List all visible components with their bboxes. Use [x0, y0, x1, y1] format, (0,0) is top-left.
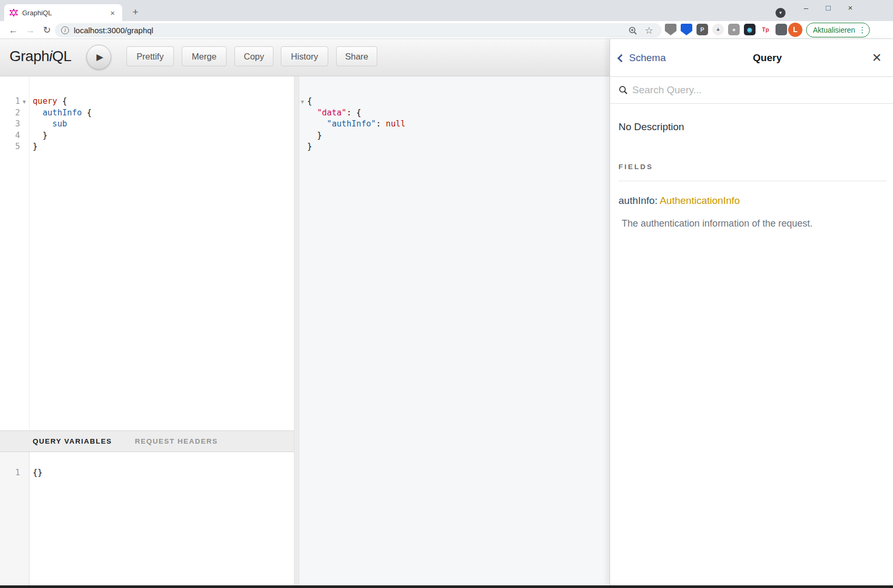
code-line: query {: [33, 96, 290, 107]
code-line: "authInfo": null: [307, 119, 605, 130]
browser-window: GraphiQL × + ▾ – □ × ← → ↻ i localhost:3…: [0, 0, 893, 588]
doc-title: Query: [753, 39, 782, 77]
code-line: }: [307, 130, 605, 142]
code-line: sub: [33, 119, 290, 130]
bookmark-star-icon[interactable]: ☆: [645, 26, 653, 35]
code-line: {}: [33, 467, 290, 479]
logo-prefix: Graph: [9, 48, 49, 64]
update-browser-button[interactable]: Aktualisieren ⋮: [806, 23, 870, 37]
code-line: }: [33, 141, 290, 153]
variables-code[interactable]: {}: [0, 452, 294, 479]
doc-no-description: No Description: [619, 121, 684, 133]
result-viewer: ▾ { "data": { "authInfo": null }}: [299, 76, 610, 585]
prettify-button[interactable]: Prettify: [126, 46, 174, 66]
code-line: "data": {: [307, 107, 605, 119]
url-text: localhost:3000/graphql: [74, 26, 153, 35]
doc-explorer-header: Schema Query ×: [610, 39, 893, 77]
pane-divider[interactable]: [294, 76, 299, 585]
bitwarden-shield-icon[interactable]: [681, 24, 692, 35]
browser-tab[interactable]: GraphiQL ×: [4, 4, 122, 21]
doc-back-link[interactable]: Schema: [619, 39, 666, 77]
doc-close-icon[interactable]: ×: [872, 39, 881, 77]
chevron-left-icon: [617, 54, 626, 63]
update-label: Aktualisieren: [813, 26, 855, 34]
graphql-favicon-icon: [9, 8, 18, 17]
url-bar[interactable]: i localhost:3000/graphql ☆: [55, 23, 662, 37]
merge-button[interactable]: Merge: [182, 46, 227, 66]
execute-query-button[interactable]: ▶: [86, 45, 111, 70]
copy-button[interactable]: Copy: [234, 46, 273, 66]
maximize-button[interactable]: □: [817, 0, 839, 16]
profile-avatar[interactable]: L: [788, 23, 802, 37]
search-icon: [619, 85, 628, 95]
forward-icon[interactable]: →: [23, 23, 37, 37]
move-cross-extension-icon[interactable]: +: [712, 24, 724, 35]
puzzle-extensions-icon[interactable]: [776, 24, 787, 35]
tab-search-icon[interactable]: ▾: [776, 8, 786, 18]
fields-divider: [619, 181, 887, 181]
close-button[interactable]: ×: [839, 0, 861, 16]
react-devtools-icon[interactable]: ◉: [744, 24, 755, 35]
query-code[interactable]: query { authInfo { sub }}: [0, 76, 294, 153]
back-icon[interactable]: ←: [6, 23, 20, 37]
doc-explorer: Schema Query × No Description FIELDS aut…: [610, 39, 893, 585]
doc-search-input[interactable]: [632, 84, 853, 96]
doc-fields-header: FIELDS: [619, 163, 653, 171]
tab-title: GraphiQL: [22, 9, 108, 17]
graphiql-logo: GraphiQL: [9, 48, 71, 65]
extension-icons: P+●◉Tp: [665, 24, 787, 35]
camera-extension-icon[interactable]: ●: [728, 24, 740, 35]
history-button[interactable]: History: [281, 46, 328, 66]
letter-p-extension-icon[interactable]: P: [696, 24, 708, 35]
tab-strip: GraphiQL × + ▾ – □ ×: [0, 0, 893, 21]
field-description: The authentication information of the re…: [622, 218, 812, 229]
field-type-link[interactable]: AuthenticationInfo: [660, 195, 740, 206]
page-info-icon[interactable]: i: [61, 26, 69, 34]
result-code: { "data": { "authInfo": null }}: [299, 76, 610, 153]
code-line: {: [307, 96, 605, 107]
field-name-link[interactable]: authInfo: [619, 195, 655, 206]
logo-suffix: QL: [52, 48, 71, 64]
code-line: }: [307, 141, 605, 153]
reload-icon[interactable]: ↻: [40, 23, 54, 37]
query-editor[interactable]: 12345 ▾ query { authInfo { sub }}: [0, 76, 294, 430]
share-button[interactable]: Share: [336, 46, 377, 66]
new-tab-button[interactable]: +: [127, 4, 143, 20]
zoom-lens-icon[interactable]: [628, 26, 637, 35]
doc-back-label: Schema: [629, 52, 666, 64]
code-line: }: [33, 130, 290, 142]
code-line: authInfo {: [33, 107, 290, 119]
window-bottom-edge: [0, 585, 893, 588]
tab-query-variables[interactable]: QUERY VARIABLES: [33, 431, 112, 452]
window-controls: – □ ×: [795, 0, 861, 16]
doc-search-row: [610, 77, 893, 104]
kebab-menu-icon[interactable]: ⋮: [858, 25, 866, 35]
query-variables-editor[interactable]: 1 {}: [0, 452, 294, 585]
doc-field-row: authInfo: AuthenticationInfo: [619, 195, 740, 207]
field-separator: :: [655, 195, 660, 206]
variables-tab-bar: QUERY VARIABLES REQUEST HEADERS: [0, 430, 294, 452]
tab-request-headers[interactable]: REQUEST HEADERS: [135, 431, 218, 452]
minimize-button[interactable]: –: [795, 0, 817, 16]
tab-close-icon[interactable]: ×: [108, 8, 117, 17]
ublock-shield-icon[interactable]: [665, 24, 676, 35]
graphiql-toolbar: GraphiQL ▶ Prettify Merge Copy History S…: [0, 39, 610, 76]
tampermonkey-icon[interactable]: Tp: [760, 24, 771, 35]
